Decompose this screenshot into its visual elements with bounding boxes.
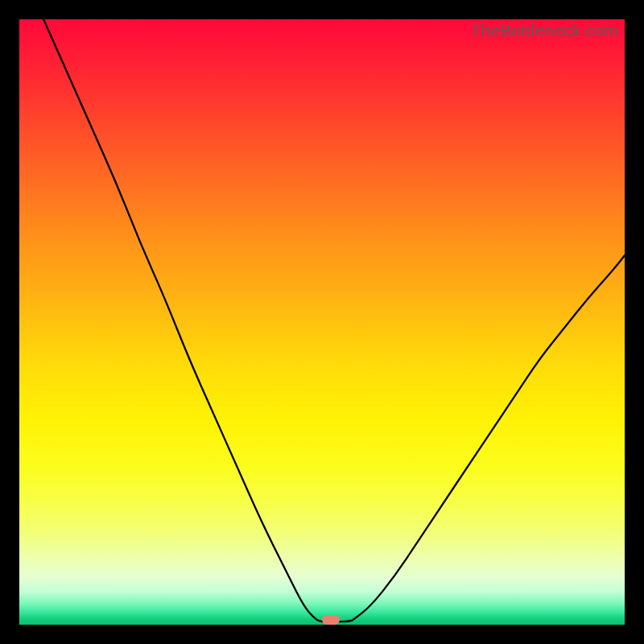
curve-path <box>43 19 625 621</box>
plot-area: TheBottleneck.com <box>19 19 625 625</box>
chart-frame: TheBottleneck.com <box>0 0 644 644</box>
bottleneck-curve <box>19 19 625 625</box>
optimal-point-marker <box>322 615 340 625</box>
